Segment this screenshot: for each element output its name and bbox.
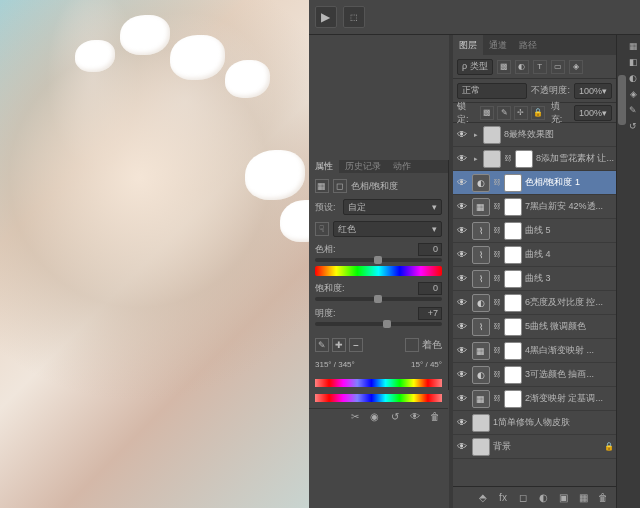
filter-type-icon[interactable]: T bbox=[533, 60, 547, 74]
filter-shape-icon[interactable]: ▭ bbox=[551, 60, 565, 74]
lock-transparency-icon[interactable]: ▩ bbox=[480, 106, 494, 120]
adjust-icon[interactable]: ◐ bbox=[628, 73, 638, 83]
light-value[interactable]: +7 bbox=[418, 307, 442, 320]
color-range-ramp[interactable] bbox=[315, 379, 442, 387]
layer-row[interactable]: 👁▦⛓4黑白渐变映射 ... bbox=[453, 339, 616, 363]
tab-paths[interactable]: 路径 bbox=[513, 35, 543, 55]
brush-icon[interactable]: ✎ bbox=[628, 105, 638, 115]
link-icon[interactable]: ⛓ bbox=[493, 250, 501, 259]
layer-name[interactable]: 4黑白渐变映射 ... bbox=[525, 344, 614, 357]
layers-scrollbar[interactable] bbox=[616, 35, 626, 508]
color-range-ramp-2[interactable] bbox=[315, 394, 442, 402]
tool-options-icon[interactable]: ⬚ bbox=[343, 6, 365, 28]
lock-position-icon[interactable]: ✢ bbox=[514, 106, 528, 120]
visibility-toggle[interactable]: 👁 bbox=[455, 344, 469, 358]
layer-name[interactable]: 6亮度及对比度 控... bbox=[525, 296, 614, 309]
clip-icon[interactable]: ✂ bbox=[348, 409, 362, 423]
layer-row[interactable]: 👁◐⛓6亮度及对比度 控... bbox=[453, 291, 616, 315]
tool-preset-icon[interactable]: ▶ bbox=[315, 6, 337, 28]
color-icon[interactable]: ◧ bbox=[628, 57, 638, 67]
visibility-toggle[interactable]: 👁 bbox=[455, 152, 469, 166]
sat-track[interactable] bbox=[315, 297, 442, 301]
layer-name[interactable]: 1简单修饰人物皮肤 bbox=[493, 416, 614, 429]
channel-dropdown[interactable]: 红色▾ bbox=[333, 221, 442, 237]
opacity-input[interactable]: 100%▾ bbox=[574, 83, 612, 99]
visibility-toggle[interactable]: 👁 bbox=[455, 296, 469, 310]
layer-row[interactable]: 👁⌇⛓曲线 3 bbox=[453, 267, 616, 291]
layer-name[interactable]: 7黑白新安 42%透... bbox=[525, 200, 614, 213]
add-mask-icon[interactable]: ◻ bbox=[516, 491, 530, 505]
disclosure-icon[interactable]: ▸ bbox=[472, 131, 480, 139]
tab-channels[interactable]: 通道 bbox=[483, 35, 513, 55]
lock-all-icon[interactable]: 🔒 bbox=[531, 106, 545, 120]
visibility-toggle[interactable]: 👁 bbox=[455, 176, 469, 190]
link-icon[interactable]: ⛓ bbox=[493, 298, 501, 307]
layer-row[interactable]: 👁⌇⛓5曲线 微调颜色 bbox=[453, 315, 616, 339]
visibility-icon[interactable]: 👁 bbox=[408, 409, 422, 423]
layer-name[interactable]: 2渐变映射 定基调... bbox=[525, 392, 614, 405]
link-icon[interactable]: ⛓ bbox=[493, 322, 501, 331]
layer-name[interactable]: 背景 bbox=[493, 440, 601, 453]
colorize-checkbox[interactable] bbox=[405, 338, 419, 352]
layer-row[interactable]: 👁◐⛓3可选颜色 抽画... bbox=[453, 363, 616, 387]
blend-mode-dropdown[interactable]: 正常 bbox=[457, 83, 527, 99]
delete-layer-icon[interactable]: 🗑 bbox=[596, 491, 610, 505]
styles-icon[interactable]: ◈ bbox=[628, 89, 638, 99]
eyedropper-icon[interactable]: ✎ bbox=[315, 338, 329, 352]
visibility-toggle[interactable]: 👁 bbox=[455, 224, 469, 238]
filter-adj-icon[interactable]: ◐ bbox=[515, 60, 529, 74]
reset-icon[interactable]: ↺ bbox=[388, 409, 402, 423]
layer-name[interactable]: 曲线 3 bbox=[525, 272, 614, 285]
filter-pixel-icon[interactable]: ▩ bbox=[497, 60, 511, 74]
layer-name[interactable]: 5曲线 微调颜色 bbox=[525, 320, 614, 333]
layer-row[interactable]: 👁⌇⛓曲线 5 bbox=[453, 219, 616, 243]
link-icon[interactable]: ⛓ bbox=[493, 370, 501, 379]
prev-state-icon[interactable]: ◉ bbox=[368, 409, 382, 423]
layer-row[interactable]: 👁▸⛓8添加雪花素材 让... bbox=[453, 147, 616, 171]
history-mini-icon[interactable]: ↺ bbox=[628, 121, 638, 131]
layer-name[interactable]: 曲线 5 bbox=[525, 224, 614, 237]
tab-layers[interactable]: 图层 bbox=[453, 35, 483, 55]
link-icon[interactable]: ⛓ bbox=[493, 274, 501, 283]
new-layer-icon[interactable]: ▦ bbox=[576, 491, 590, 505]
trash-icon[interactable]: 🗑 bbox=[428, 409, 442, 423]
visibility-toggle[interactable]: 👁 bbox=[455, 440, 469, 454]
visibility-toggle[interactable]: 👁 bbox=[455, 128, 469, 142]
sat-value[interactable]: 0 bbox=[418, 282, 442, 295]
link-icon[interactable]: ⛓ bbox=[493, 202, 501, 211]
fill-input[interactable]: 100%▾ bbox=[574, 105, 612, 121]
tab-actions[interactable]: 动作 bbox=[387, 160, 417, 173]
layer-row[interactable]: 👁▦⛓7黑白新安 42%透... bbox=[453, 195, 616, 219]
mask-icon[interactable]: ◻ bbox=[333, 179, 347, 193]
layer-row[interactable]: 👁1简单修饰人物皮肤 bbox=[453, 411, 616, 435]
document-canvas[interactable] bbox=[0, 0, 309, 508]
layer-row[interactable]: 👁▸8最终效果图 bbox=[453, 123, 616, 147]
hue-value[interactable]: 0 bbox=[418, 243, 442, 256]
disclosure-icon[interactable]: ▸ bbox=[472, 155, 480, 163]
layer-kind-filter[interactable]: ρ 类型 bbox=[457, 59, 493, 75]
link-icon[interactable]: ⛓ bbox=[504, 154, 512, 163]
visibility-toggle[interactable]: 👁 bbox=[455, 416, 469, 430]
new-group-icon[interactable]: ▣ bbox=[556, 491, 570, 505]
layer-row[interactable]: 👁▦⛓2渐变映射 定基调... bbox=[453, 387, 616, 411]
eyedropper-plus-icon[interactable]: ✚ bbox=[332, 338, 346, 352]
layer-row[interactable]: 👁◐⛓色相/饱和度 1 bbox=[453, 171, 616, 195]
link-icon[interactable]: ⛓ bbox=[493, 178, 501, 187]
light-track[interactable] bbox=[315, 322, 442, 326]
target-adjust-icon[interactable]: ☟ bbox=[315, 222, 329, 236]
tab-properties[interactable]: 属性 bbox=[309, 160, 339, 173]
visibility-toggle[interactable]: 👁 bbox=[455, 200, 469, 214]
layer-row[interactable]: 👁⌇⛓曲线 4 bbox=[453, 243, 616, 267]
visibility-toggle[interactable]: 👁 bbox=[455, 248, 469, 262]
filter-smart-icon[interactable]: ◈ bbox=[569, 60, 583, 74]
lock-pixels-icon[interactable]: ✎ bbox=[497, 106, 511, 120]
layer-name[interactable]: 3可选颜色 抽画... bbox=[525, 368, 614, 381]
visibility-toggle[interactable]: 👁 bbox=[455, 368, 469, 382]
preset-dropdown[interactable]: 自定▾ bbox=[343, 199, 442, 215]
link-icon[interactable]: ⛓ bbox=[493, 394, 501, 403]
new-adjustment-icon[interactable]: ◐ bbox=[536, 491, 550, 505]
visibility-toggle[interactable]: 👁 bbox=[455, 392, 469, 406]
eyedropper-minus-icon[interactable]: ‒ bbox=[349, 338, 363, 352]
visibility-toggle[interactable]: 👁 bbox=[455, 272, 469, 286]
layer-name[interactable]: 8添加雪花素材 让... bbox=[536, 152, 614, 165]
